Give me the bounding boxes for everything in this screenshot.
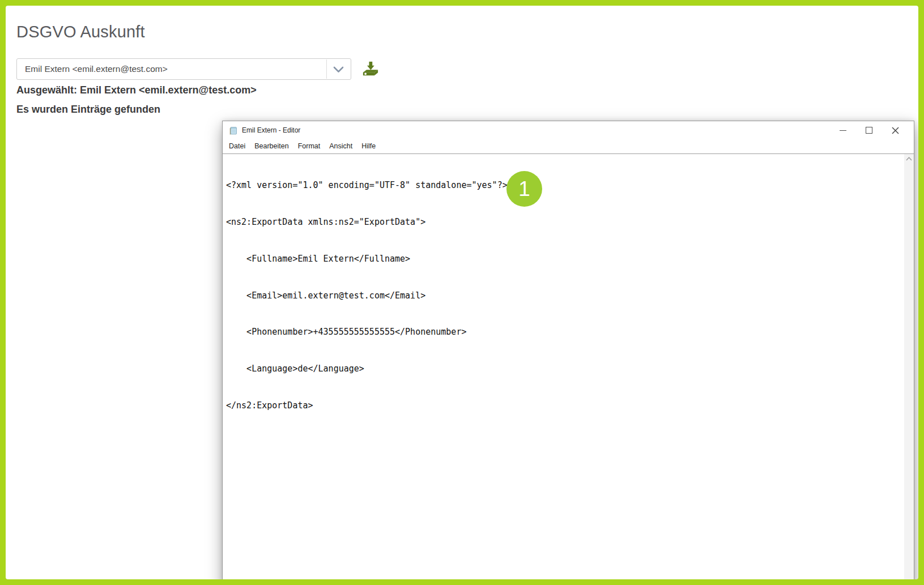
notepad-menubar: Datei Bearbeiten Format Ansicht Hilfe (223, 139, 914, 153)
entries-found-label: Es wurden Einträge gefunden (16, 104, 160, 116)
menu-format[interactable]: Format (293, 139, 325, 153)
notepad-icon (228, 126, 238, 135)
xml-line: <ns2:ExportData xmlns:ns2="ExportData"> (226, 216, 904, 229)
combobox-divider (326, 59, 327, 79)
dsgvo-page: DSGVO Auskunft Emil Extern <emil.extern@… (6, 6, 918, 579)
maximize-button[interactable] (856, 121, 882, 139)
page-title: DSGVO Auskunft (16, 23, 145, 41)
notepad-titlebar[interactable]: Emil Extern - Editor (223, 121, 914, 139)
notepad-window: Emil Extern - Editor Datei Bearbeiten Fo… (222, 121, 914, 579)
menu-hilfe[interactable]: Hilfe (357, 139, 380, 153)
recipient-combobox-value: Emil Extern <emil.extern@test.com> (25, 59, 168, 79)
menu-ansicht[interactable]: Ansicht (325, 139, 357, 153)
minimize-icon (840, 130, 846, 131)
chevron-down-icon (333, 66, 344, 73)
xml-line: <Fullname>Emil Extern</Fullname> (226, 253, 904, 266)
menu-datei[interactable]: Datei (224, 139, 250, 153)
xml-line: <?xml version="1.0" encoding="UTF-8" sta… (226, 180, 904, 192)
xml-line: <Language>de</Language> (226, 363, 904, 375)
scroll-up-icon (906, 157, 912, 161)
xml-line: </ns2:ExportData> (226, 400, 904, 412)
download-button[interactable] (362, 61, 379, 78)
maximize-icon (866, 127, 872, 134)
menu-bearbeiten[interactable]: Bearbeiten (250, 139, 293, 153)
recipient-combobox[interactable]: Emil Extern <emil.extern@test.com> (16, 58, 351, 80)
minimize-button[interactable] (830, 121, 856, 139)
notepad-window-title: Emil Extern - Editor (242, 121, 300, 139)
editor-text-area[interactable]: <?xml version="1.0" encoding="UTF-8" sta… (223, 154, 904, 579)
notepad-content: <?xml version="1.0" encoding="UTF-8" sta… (223, 153, 914, 579)
window-controls (830, 121, 908, 139)
xml-line: <Email>emil.extern@test.com</Email> (226, 290, 904, 302)
close-button[interactable] (882, 121, 908, 139)
xml-line: <Phonenumber>+435555555555555</Phonenumb… (226, 326, 904, 339)
close-icon (892, 127, 899, 134)
selected-recipient-label: Ausgewählt: Emil Extern <emil.extern@tes… (16, 84, 257, 96)
annotation-step-badge: 1 (506, 171, 542, 207)
annotation-step-number: 1 (518, 178, 530, 199)
download-tray-icon (362, 61, 379, 78)
scroll-up-button[interactable] (904, 154, 914, 164)
vertical-scrollbar[interactable] (904, 154, 914, 579)
